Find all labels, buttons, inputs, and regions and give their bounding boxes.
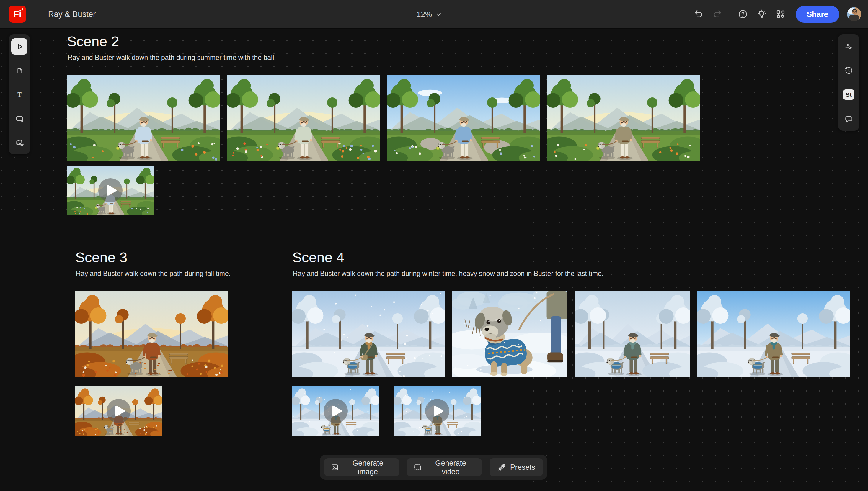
scene-description[interactable]: Ray and Buster walk down the path during… [76, 269, 231, 278]
generated-image[interactable] [75, 291, 228, 377]
scene-video-row [67, 166, 700, 215]
play-icon [323, 399, 348, 424]
select-tool-button[interactable] [11, 38, 27, 55]
scene-image-row [292, 291, 850, 377]
scene-video-row [75, 386, 231, 436]
generated-video-thumbnail[interactable] [292, 386, 379, 436]
top-bar: Fi ✦ Ray & Buster 12% Share [0, 0, 868, 29]
generated-image[interactable] [387, 75, 540, 161]
redo-button[interactable] [712, 8, 723, 20]
sparkle-icon: ✦ [21, 7, 24, 11]
scene-image-row [75, 291, 231, 377]
scene-title[interactable]: Scene 2 [67, 33, 700, 50]
scene-title[interactable]: Scene 4 [292, 249, 850, 266]
canvas[interactable]: Scene 2 Ray and Buster walk down the pat… [0, 29, 868, 491]
text-tool-button[interactable]: T [11, 86, 27, 103]
ideas-button[interactable] [756, 8, 767, 20]
presets-button[interactable]: Presets [489, 458, 543, 476]
undo-button[interactable] [693, 8, 704, 20]
generated-image[interactable] [292, 291, 445, 377]
share-button[interactable]: Share [796, 6, 839, 23]
generation-dock: Generate image Generate video Presets [320, 455, 547, 480]
generated-image[interactable] [227, 75, 380, 161]
scene-image-row [67, 75, 700, 161]
media-tool-button[interactable] [11, 134, 27, 150]
play-icon [98, 178, 123, 203]
board-tool-button[interactable] [11, 62, 27, 79]
stock-button[interactable]: St [841, 86, 857, 103]
left-toolbar: T [9, 34, 30, 154]
shape-tool-button[interactable] [11, 110, 27, 126]
scene-title[interactable]: Scene 3 [75, 249, 231, 266]
scene-group-2: Scene 2 Ray and Buster walk down the pat… [67, 33, 700, 215]
generated-image[interactable] [67, 75, 220, 161]
generate-image-button[interactable]: Generate image [324, 458, 399, 476]
play-icon [106, 399, 131, 424]
help-button[interactable] [737, 8, 749, 20]
video-frame-icon [413, 463, 422, 472]
stock-icon: St [843, 89, 855, 100]
zoom-control[interactable]: 12% [417, 0, 443, 29]
top-bar-actions: Share [693, 6, 868, 23]
presets-label: Presets [510, 463, 535, 471]
app-logo[interactable]: Fi ✦ [9, 6, 26, 23]
generate-image-label: Generate image [343, 459, 393, 476]
generate-video-button[interactable]: Generate video [407, 458, 482, 476]
scene-description[interactable]: Ray and Buster walk down the path during… [67, 53, 700, 62]
generated-video-thumbnail[interactable] [394, 386, 481, 436]
generated-image[interactable] [547, 75, 700, 161]
generated-image[interactable] [697, 291, 850, 377]
scene-group-4: Scene 4 Ray and Buster walk down the pat… [292, 249, 850, 436]
image-icon [331, 463, 339, 472]
rocket-icon [497, 463, 506, 472]
divider [36, 6, 36, 22]
play-button[interactable] [67, 166, 154, 215]
properties-button[interactable] [841, 38, 857, 54]
play-button[interactable] [292, 386, 379, 436]
generated-image[interactable] [452, 291, 567, 377]
generated-video-thumbnail[interactable] [67, 166, 154, 215]
play-button[interactable] [394, 386, 481, 436]
scene-description[interactable]: Ray and Buster walk down the path during… [293, 269, 850, 278]
document-title[interactable]: Ray & Buster [48, 10, 96, 19]
generate-video-label: Generate video [426, 459, 475, 476]
play-button[interactable] [75, 386, 162, 436]
scene-group-3: Scene 3 Ray and Buster walk down the pat… [75, 249, 231, 436]
user-avatar[interactable] [847, 7, 861, 21]
right-toolbar: St [838, 34, 859, 131]
generated-image[interactable] [575, 291, 690, 377]
zoom-value: 12% [417, 10, 432, 19]
chevron-down-icon [435, 11, 443, 18]
plugins-settings-button[interactable] [775, 8, 786, 20]
generated-video-thumbnail[interactable] [75, 386, 162, 436]
comments-button[interactable] [841, 111, 857, 127]
scene-video-row [292, 386, 850, 436]
play-icon [425, 399, 450, 424]
app-logo-text: Fi [13, 9, 22, 20]
history-button[interactable] [841, 62, 857, 79]
svg-text:T: T [17, 90, 21, 98]
avatar-image [847, 7, 861, 21]
